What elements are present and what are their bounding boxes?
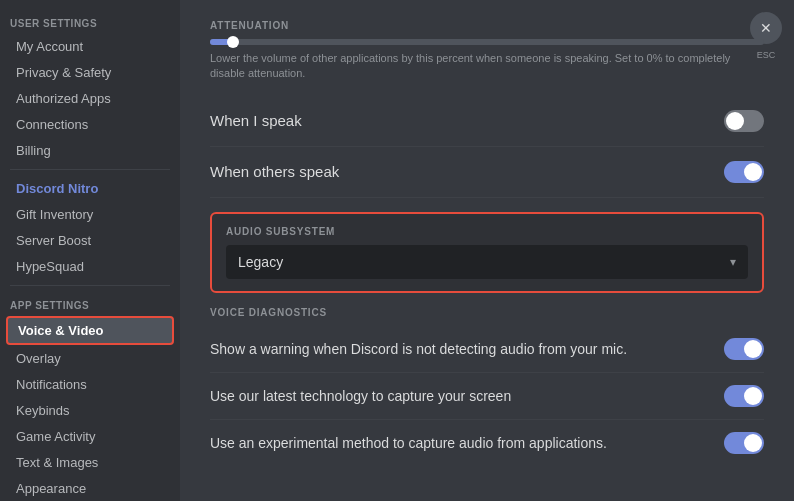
sidebar-item-voice-video[interactable]: Voice & Video [6,316,174,345]
toggle-row-when-i-speak: When I speak [210,96,764,147]
main-content: ✕ ESC ATTENUATION Lower the volume of ot… [180,0,794,501]
attenuation-desc: Lower the volume of other applications b… [210,51,764,82]
attenuation-slider-thumb [227,36,239,48]
sidebar-item-privacy-safety[interactable]: Privacy & Safety [6,60,174,85]
sidebar-item-connections[interactable]: Connections [6,112,174,137]
diag-capture-screen-text: Use our latest technology to capture you… [210,388,724,404]
diag-warn-no-audio-toggle[interactable] [724,338,764,360]
sidebar-item-discord-nitro[interactable]: Discord Nitro [6,176,174,201]
sidebar-item-server-boost[interactable]: Server Boost [6,228,174,253]
sidebar-item-keybinds[interactable]: Keybinds [6,398,174,423]
attenuation-slider-row [210,39,764,45]
audio-subsystem-box: AUDIO SUBSYSTEM Legacy ▾ [210,212,764,293]
attenuation-section-label: ATTENUATION [210,20,764,31]
audio-subsystem-dropdown[interactable]: Legacy ▾ [226,245,748,279]
diag-warn-no-audio-text: Show a warning when Discord is not detec… [210,341,724,357]
diag-warn-no-audio-knob [744,340,762,358]
voice-diagnostics-label: VOICE DIAGNOSTICS [210,307,764,318]
sidebar-item-appearance[interactable]: Appearance [6,476,174,501]
sidebar-item-text-images[interactable]: Text & Images [6,450,174,475]
sidebar-item-game-activity[interactable]: Game Activity [6,424,174,449]
dropdown-arrow-icon: ▾ [730,255,736,269]
user-settings-section-label: USER SETTINGS [0,10,180,33]
sidebar-item-authorized-apps[interactable]: Authorized Apps [6,86,174,111]
sidebar-item-hypesquad[interactable]: HypeSquad [6,254,174,279]
attenuation-slider-track[interactable] [210,39,764,45]
audio-subsystem-label: AUDIO SUBSYSTEM [226,226,748,237]
when-others-speak-toggle-knob [744,163,762,181]
sidebar-item-notifications[interactable]: Notifications [6,372,174,397]
when-others-speak-toggle[interactable] [724,161,764,183]
sidebar-item-gift-inventory[interactable]: Gift Inventory [6,202,174,227]
when-i-speak-toggle[interactable] [724,110,764,132]
when-others-speak-label: When others speak [210,163,339,180]
sidebar: USER SETTINGS My Account Privacy & Safet… [0,0,180,501]
toggle-row-when-others-speak: When others speak [210,147,764,198]
close-icon: ✕ [760,20,772,36]
diag-capture-audio-knob [744,434,762,452]
sidebar-item-billing[interactable]: Billing [6,138,174,163]
esc-label: ESC [757,50,776,60]
diag-row-capture-audio: Use an experimental method to capture au… [210,420,764,466]
diag-row-warn-no-audio: Show a warning when Discord is not detec… [210,326,764,373]
sidebar-item-overlay[interactable]: Overlay [6,346,174,371]
diag-capture-audio-toggle[interactable] [724,432,764,454]
diag-capture-screen-toggle[interactable] [724,385,764,407]
app-settings-section-label: APP SETTINGS [0,292,180,315]
sidebar-divider-1 [10,169,170,170]
diag-row-capture-screen: Use our latest technology to capture you… [210,373,764,420]
diag-capture-audio-text: Use an experimental method to capture au… [210,435,724,451]
voice-diagnostics-section: VOICE DIAGNOSTICS Show a warning when Di… [210,307,764,466]
diag-capture-screen-knob [744,387,762,405]
sidebar-divider-2 [10,285,170,286]
when-i-speak-label: When I speak [210,112,302,129]
audio-subsystem-value: Legacy [238,254,283,270]
when-i-speak-toggle-knob [726,112,744,130]
sidebar-item-my-account[interactable]: My Account [6,34,174,59]
